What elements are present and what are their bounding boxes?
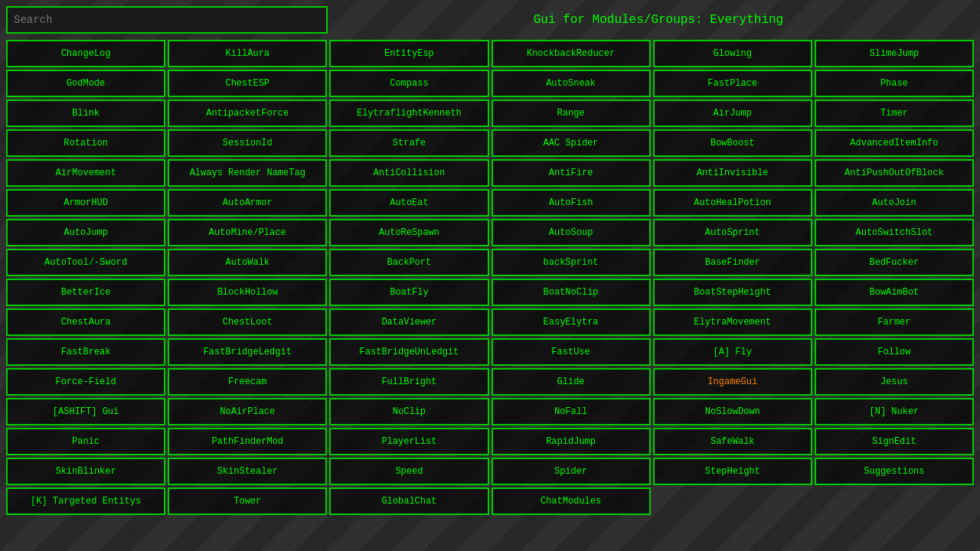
module-button-84[interactable]: SkinBlinker — [6, 458, 165, 485]
module-button-7[interactable]: ChestESP — [168, 70, 327, 97]
module-button-16[interactable]: AirJump — [653, 99, 812, 127]
module-button-92[interactable]: GlobalChat — [329, 487, 488, 515]
module-button-1[interactable]: KillAura — [168, 40, 327, 67]
module-button-85[interactable]: SkinStealer — [168, 458, 327, 485]
module-button-17[interactable]: Timer — [815, 99, 974, 127]
header: Gui for Modules/Groups: Everything — [6, 6, 974, 34]
module-button-51[interactable]: BoatNoClip — [492, 279, 651, 306]
module-button-31[interactable]: AutoArmor — [168, 189, 327, 217]
module-button-73[interactable]: NoAirPlace — [168, 398, 327, 425]
module-button-48[interactable]: BetterIce — [6, 279, 165, 306]
module-button-30[interactable]: ArmorHUD — [6, 189, 165, 217]
module-button-75[interactable]: NoFall — [492, 398, 651, 425]
module-button-39[interactable]: AutoSoup — [492, 219, 651, 246]
module-button-29[interactable]: AntiPushOutOfBlock — [815, 159, 974, 187]
module-button-4[interactable]: Glowing — [653, 40, 812, 67]
module-button-71[interactable]: Jesus — [815, 368, 974, 396]
module-button-6[interactable]: GodMode — [6, 70, 165, 97]
module-button-68[interactable]: FullBright — [329, 368, 488, 396]
module-button-41[interactable]: AutoSwitchSlot — [815, 219, 974, 246]
module-button-8[interactable]: Compass — [329, 70, 488, 97]
search-input[interactable] — [6, 6, 328, 34]
module-button-5[interactable]: SlimeJump — [815, 40, 974, 67]
module-button-69[interactable]: Glide — [492, 368, 651, 396]
module-button-63[interactable]: FastUse — [492, 338, 651, 366]
module-button-78[interactable]: Panic — [6, 428, 165, 455]
module-button-40[interactable]: AutoSprint — [653, 219, 812, 246]
module-button-76[interactable]: NoSlowDown — [653, 398, 812, 425]
module-button-2[interactable]: EntityEsp — [329, 40, 488, 67]
module-button-77[interactable]: [N] Nuker — [815, 398, 974, 425]
module-button-45[interactable]: backSprint — [492, 249, 651, 276]
module-button-42[interactable]: AutoTool/-Sword — [6, 249, 165, 276]
module-button-58[interactable]: ElytraMovement — [653, 308, 812, 336]
module-button-90[interactable]: [K] Targeted Entitys — [6, 487, 165, 515]
module-button-60[interactable]: FastBreak — [6, 338, 165, 366]
module-button-87[interactable]: Spider — [492, 458, 651, 485]
module-button-26[interactable]: AntiCollision — [329, 159, 488, 187]
module-button-35[interactable]: AutoJoin — [815, 189, 974, 217]
module-button-33[interactable]: AutoFish — [492, 189, 651, 217]
module-button-38[interactable]: AutoReSpawn — [329, 219, 488, 246]
module-button-37[interactable]: AutoMine/Place — [168, 219, 327, 246]
module-button-64[interactable]: [A] Fly — [653, 338, 812, 366]
module-button-44[interactable]: BackPort — [329, 249, 488, 276]
module-button-13[interactable]: AntipacketForce — [168, 99, 327, 127]
module-button-62[interactable]: FastBridgeUnLedgit — [329, 338, 488, 366]
module-button-0[interactable]: ChangeLog — [6, 40, 165, 67]
module-button-47[interactable]: BedFucker — [815, 249, 974, 276]
module-button-65[interactable]: Follow — [815, 338, 974, 366]
module-button-72[interactable]: [ASHIFT] Gui — [6, 398, 165, 425]
module-button-49[interactable]: BlockHollow — [168, 279, 327, 306]
module-grid: ChangeLogKillAuraEntityEspKnockbackReduc… — [6, 40, 974, 515]
module-button-27[interactable]: AntiFire — [492, 159, 651, 187]
module-button-46[interactable]: BaseFinder — [653, 249, 812, 276]
module-button-21[interactable]: AAC Spider — [492, 129, 651, 157]
module-button-82[interactable]: SafeWalk — [653, 428, 812, 455]
module-button-79[interactable]: PathFinderMod — [168, 428, 327, 455]
module-button-12[interactable]: Blink — [6, 99, 165, 127]
module-button-19[interactable]: SessionId — [168, 129, 327, 157]
module-button-36[interactable]: AutoJump — [6, 219, 165, 246]
module-button-88[interactable]: StepHeight — [653, 458, 812, 485]
module-button-24[interactable]: AirMovement — [6, 159, 165, 187]
module-button-91[interactable]: Tower — [168, 487, 327, 515]
module-button-32[interactable]: AutoEat — [329, 189, 488, 217]
module-button-34[interactable]: AutoHealPotion — [653, 189, 812, 217]
module-button-52[interactable]: BoatStepHeight — [653, 279, 812, 306]
module-button-80[interactable]: PlayerList — [329, 428, 488, 455]
module-button-86[interactable]: Speed — [329, 458, 488, 485]
module-button-83[interactable]: SignEdit — [815, 428, 974, 455]
module-button-23[interactable]: AdvancedItemInfo — [815, 129, 974, 157]
module-button-14[interactable]: ElytraflightKenneth — [329, 99, 488, 127]
module-button-54[interactable]: ChestAura — [6, 308, 165, 336]
module-button-66[interactable]: Force-Field — [6, 368, 165, 396]
module-button-55[interactable]: ChestLoot — [168, 308, 327, 336]
module-button-74[interactable]: NoClip — [329, 398, 488, 425]
module-button-28[interactable]: AntiInvisible — [653, 159, 812, 187]
module-button-53[interactable]: BowAimBot — [815, 279, 974, 306]
module-button-18[interactable]: Rotation — [6, 129, 165, 157]
module-button-89[interactable]: Suggestions — [815, 458, 974, 485]
module-button-9[interactable]: AutoSneak — [492, 70, 651, 97]
module-button-11[interactable]: Phase — [815, 70, 974, 97]
module-button-3[interactable]: KnockbackReducer — [492, 40, 651, 67]
module-button-43[interactable]: AutoWalk — [168, 249, 327, 276]
page-title: Gui for Modules/Groups: Everything — [343, 13, 974, 27]
module-button-61[interactable]: FastBridgeLedgit — [168, 338, 327, 366]
module-button-67[interactable]: Freecam — [168, 368, 327, 396]
module-button-81[interactable]: RapidJump — [492, 428, 651, 455]
module-button-93[interactable]: ChatModules — [492, 487, 651, 515]
module-button-22[interactable]: BowBoost — [653, 129, 812, 157]
module-button-15[interactable]: Range — [492, 99, 651, 127]
module-button-56[interactable]: DataViewer — [329, 308, 488, 336]
module-button-50[interactable]: BoatFly — [329, 279, 488, 306]
module-button-57[interactable]: EasyElytra — [492, 308, 651, 336]
module-button-70[interactable]: IngameGui — [653, 368, 812, 396]
module-button-10[interactable]: FastPlace — [653, 70, 812, 97]
module-button-59[interactable]: Farmer — [815, 308, 974, 336]
module-button-25[interactable]: Always Render NameTag — [168, 159, 327, 187]
module-button-20[interactable]: Strafe — [329, 129, 488, 157]
